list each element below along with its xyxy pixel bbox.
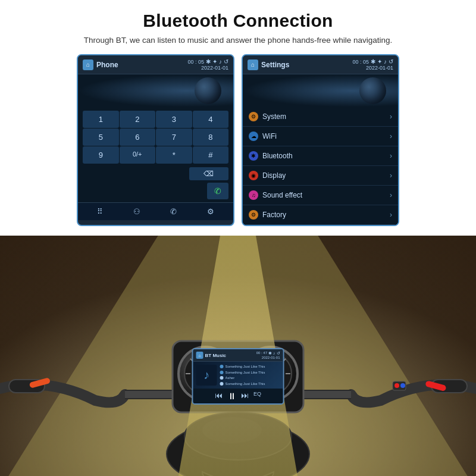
key-3[interactable]: 3	[156, 111, 192, 128]
back-icon: ↺	[224, 58, 228, 65]
bt-vol-icon: ♪	[273, 351, 275, 356]
page-subtitle: Through BT, we can listen to music and a…	[84, 36, 393, 45]
phone-screen-mockup: ⌂ Phone 00 : 05 ✱ ✦ ♪ ↺ 2022-01-01	[77, 54, 234, 226]
system-icon: ⚙	[249, 112, 258, 121]
settings-header-right: 00 : 05 ✱ ✦ ♪ ↺ 2022-01-01	[352, 58, 393, 71]
svg-point-7	[394, 383, 399, 388]
settings-item-system[interactable]: ⚙ System ›	[243, 107, 398, 127]
call-button[interactable]: ✆	[207, 183, 228, 199]
person-icon[interactable]: ⚇	[133, 207, 140, 216]
settings-item-bluetooth[interactable]: ✱ Bluetooth ›	[243, 146, 398, 166]
bt-back-icon: ↺	[277, 351, 280, 356]
settings-item-factory[interactable]: ⚙ Factory ›	[243, 205, 398, 225]
settings-screen-mockup: ⌂ Settings 00 : 05 ✱ ✦ ♪ ↺ 2022-01-01	[242, 54, 399, 226]
settings-tab-icon[interactable]: ⚙	[207, 207, 214, 216]
phone-bottom-bar: ⠿ ⚇ ✆ ⚙	[78, 202, 233, 220]
page-title: Bluetooth Connection	[143, 11, 333, 31]
phone-date: 2022-01-01	[201, 65, 228, 71]
settings-home-icon: ⌂	[248, 60, 258, 70]
bt-screen-header-left: ⌂ BT Music	[196, 352, 227, 359]
bt-track-2: Something Just Like This	[220, 371, 280, 374]
bt-screen-title: BT Music	[205, 353, 227, 358]
top-section: Bluetooth Connection Through BT, we can …	[0, 0, 476, 236]
track-name-2: Something Just Like This	[226, 371, 265, 374]
settings-title: Settings	[261, 61, 289, 69]
settings-status-icons: 00 : 05 ✱ ✦ ♪ ↺	[352, 58, 393, 65]
display-icon: ◉	[249, 171, 258, 180]
track-name-4: Something Just Like This	[226, 382, 265, 386]
key-1[interactable]: 1	[83, 111, 119, 128]
system-label: System	[262, 112, 286, 121]
phone-title: Phone	[96, 61, 118, 69]
settings-volume-icon: ♪	[384, 58, 387, 65]
system-chevron: ›	[390, 112, 392, 121]
key-9[interactable]: 9	[83, 146, 119, 164]
settings-list: ⚙ System › ☁ WiFi ›	[243, 107, 398, 225]
key-hash[interactable]: #	[193, 146, 229, 164]
settings-item-wifi[interactable]: ☁ WiFi ›	[243, 127, 398, 146]
bluetooth-icon: ✱	[206, 58, 211, 65]
play-pause-btn[interactable]: ⏸	[227, 391, 236, 401]
key-star[interactable]: *	[156, 146, 192, 164]
settings-planet	[359, 77, 386, 104]
bt-album-art: ♪	[196, 365, 217, 386]
settings-item-factory-left: ⚙ Factory	[249, 210, 286, 220]
volume-icon: ♪	[219, 58, 222, 65]
settings-back-icon: ↺	[389, 58, 393, 65]
track-dot-3	[220, 376, 224, 380]
phone-status-icons: 00 : 05 ✱ ✦ ♪ ↺	[187, 58, 228, 65]
settings-item-wifi-left: ☁ WiFi	[249, 131, 277, 141]
settings-date: 2022-01-01	[366, 65, 393, 71]
bt-track-list: Something Just Like This Something Just …	[220, 365, 280, 386]
backspace-icon: ⌫	[203, 170, 214, 178]
factory-icon: ⚙	[249, 210, 258, 220]
keypad-action-row: ⌫	[78, 167, 233, 183]
bt-body: ♪ Something Just Like This Something Jus…	[193, 362, 283, 389]
keypad-grid[interactable]: 1 2 3 4 5 6 7 8 9 0/+ * #	[78, 107, 233, 167]
factory-label: Factory	[262, 211, 286, 219]
key-7[interactable]: 7	[156, 129, 192, 146]
planet-decoration	[195, 77, 221, 104]
bt-bt-icon: ✱	[268, 351, 272, 356]
phone-body: 1 2 3 4 5 6 7 8 9 0/+ * #	[78, 74, 233, 202]
phone-home-icon: ⌂	[83, 60, 93, 70]
backspace-btn[interactable]: ⌫	[189, 167, 229, 180]
page-wrapper: Bluetooth Connection Through BT, we can …	[0, 0, 476, 476]
track-name-3: Asher	[226, 376, 235, 380]
music-note-icon: ♪	[203, 368, 209, 382]
sound-label: Sound effect	[262, 191, 302, 199]
planet-background	[78, 74, 233, 107]
grid-icon[interactable]: ⠿	[97, 207, 103, 216]
settings-item-bt-left: ✱ Bluetooth	[249, 151, 293, 161]
bt-header-right: 00 : 47 ✱ ♪ ↺ 2022-01-01	[256, 351, 280, 359]
sound-icon: ♫	[249, 190, 258, 200]
key-8[interactable]: 8	[193, 129, 229, 146]
wifi-chevron: ›	[390, 132, 392, 140]
settings-header-left: ⌂ Settings	[248, 60, 289, 70]
phone-header-right: 00 : 05 ✱ ✦ ♪ ↺ 2022-01-01	[187, 58, 228, 71]
eq-btn[interactable]: EQ	[253, 391, 261, 401]
key-5[interactable]: 5	[83, 129, 119, 146]
bt-track-3: Asher	[220, 376, 280, 380]
settings-item-display[interactable]: ◉ Display ›	[243, 166, 398, 186]
key-6[interactable]: 6	[120, 129, 156, 146]
phone-screen-header: ⌂ Phone 00 : 05 ✱ ✦ ♪ ↺ 2022-01-01	[78, 55, 233, 74]
settings-body: ⚙ System › ☁ WiFi ›	[243, 74, 398, 225]
bt-track-1: Something Just Like This	[220, 365, 280, 368]
motorcycle-background: ⌂ BT Music 00 : 47 ✱ ♪ ↺ 2022-01-01	[0, 236, 476, 476]
bt-label: Bluetooth	[262, 152, 293, 160]
settings-planet-bg	[243, 74, 398, 107]
settings-item-sound[interactable]: ♫ Sound effect ›	[243, 186, 398, 205]
display-label: Display	[262, 171, 286, 180]
key-2[interactable]: 2	[120, 111, 156, 128]
phone-header-left: ⌂ Phone	[83, 60, 118, 70]
key-4[interactable]: 4	[193, 111, 229, 128]
bt-date: 2022-01-01	[262, 356, 280, 359]
settings-bt-icon: ✱	[371, 58, 375, 65]
settings-time: 00 : 05	[352, 59, 369, 65]
settings-item-system-left: ⚙ System	[249, 112, 286, 121]
key-0plus[interactable]: 0/+	[120, 146, 156, 164]
next-btn[interactable]: ⏭	[241, 391, 249, 401]
phone-tab-icon[interactable]: ✆	[170, 207, 177, 216]
prev-btn[interactable]: ⏮	[215, 391, 223, 401]
